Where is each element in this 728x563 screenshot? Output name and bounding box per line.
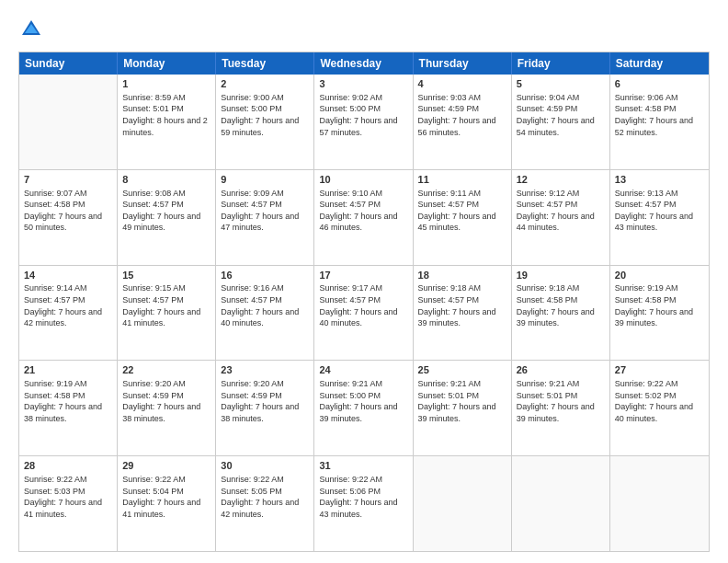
sun-info: Sunrise: 9:10 AM Sunset: 4:57 PM Dayligh… — [319, 188, 407, 234]
sun-info: Sunrise: 9:09 AM Sunset: 4:57 PM Dayligh… — [221, 188, 309, 234]
day-number: 12 — [517, 173, 605, 187]
sun-info: Sunrise: 9:21 AM Sunset: 5:01 PM Dayligh… — [517, 378, 605, 424]
calendar-cell: 5Sunrise: 9:04 AM Sunset: 4:59 PM Daylig… — [512, 75, 610, 169]
calendar-cell: 25Sunrise: 9:21 AM Sunset: 5:01 PM Dayli… — [414, 361, 512, 455]
calendar-cell: 21Sunrise: 9:19 AM Sunset: 4:58 PM Dayli… — [19, 361, 118, 455]
sun-info: Sunrise: 9:04 AM Sunset: 4:59 PM Dayligh… — [517, 92, 605, 138]
calendar-cell: 15Sunrise: 9:15 AM Sunset: 4:57 PM Dayli… — [118, 266, 216, 361]
sun-info: Sunrise: 9:21 AM Sunset: 5:00 PM Dayligh… — [319, 378, 407, 424]
calendar-cell: 31Sunrise: 9:22 AM Sunset: 5:06 PM Dayli… — [314, 456, 413, 551]
day-number: 9 — [221, 173, 309, 187]
cal-header-day: Saturday — [610, 52, 709, 75]
calendar-cell: 2Sunrise: 9:00 AM Sunset: 5:00 PM Daylig… — [216, 75, 314, 169]
sun-info: Sunrise: 9:21 AM Sunset: 5:01 PM Dayligh… — [418, 378, 506, 424]
sun-info: Sunrise: 9:22 AM Sunset: 5:04 PM Dayligh… — [122, 474, 210, 520]
calendar-cell: 26Sunrise: 9:21 AM Sunset: 5:01 PM Dayli… — [512, 361, 610, 455]
calendar-cell: 3Sunrise: 9:02 AM Sunset: 5:00 PM Daylig… — [314, 75, 413, 169]
day-number: 25 — [418, 363, 506, 377]
cal-header-day: Thursday — [414, 52, 512, 75]
calendar-row: 7Sunrise: 9:07 AM Sunset: 4:58 PM Daylig… — [19, 169, 709, 265]
day-number: 3 — [319, 77, 407, 91]
sun-info: Sunrise: 9:17 AM Sunset: 4:57 PM Dayligh… — [319, 282, 407, 328]
calendar-cell: 24Sunrise: 9:21 AM Sunset: 5:00 PM Dayli… — [314, 361, 413, 455]
cal-header-day: Sunday — [19, 52, 118, 75]
calendar-row: 1Sunrise: 8:59 AM Sunset: 5:01 PM Daylig… — [19, 75, 709, 169]
calendar-cell: 12Sunrise: 9:12 AM Sunset: 4:57 PM Dayli… — [512, 170, 610, 265]
calendar-cell: 18Sunrise: 9:18 AM Sunset: 4:57 PM Dayli… — [414, 266, 512, 361]
header — [18, 17, 710, 42]
day-number: 26 — [517, 363, 605, 377]
day-number: 11 — [418, 173, 506, 187]
day-number: 28 — [24, 459, 112, 473]
day-number: 22 — [122, 363, 210, 377]
sun-info: Sunrise: 9:06 AM Sunset: 4:58 PM Dayligh… — [615, 92, 704, 138]
sun-info: Sunrise: 9:13 AM Sunset: 4:57 PM Dayligh… — [615, 188, 704, 234]
sun-info: Sunrise: 9:02 AM Sunset: 5:00 PM Dayligh… — [319, 92, 407, 138]
calendar-row: 28Sunrise: 9:22 AM Sunset: 5:03 PM Dayli… — [19, 455, 709, 551]
calendar-cell: 20Sunrise: 9:19 AM Sunset: 4:58 PM Dayli… — [610, 266, 709, 361]
sun-info: Sunrise: 9:07 AM Sunset: 4:58 PM Dayligh… — [24, 188, 112, 234]
calendar-row: 21Sunrise: 9:19 AM Sunset: 4:58 PM Dayli… — [19, 360, 709, 455]
day-number: 8 — [122, 173, 210, 187]
sun-info: Sunrise: 9:11 AM Sunset: 4:57 PM Dayligh… — [418, 188, 506, 234]
day-number: 18 — [418, 269, 506, 282]
day-number: 16 — [221, 269, 309, 282]
calendar-cell — [610, 456, 709, 551]
sun-info: Sunrise: 9:22 AM Sunset: 5:06 PM Dayligh… — [319, 474, 407, 520]
day-number: 31 — [319, 459, 407, 473]
day-number: 23 — [221, 363, 309, 377]
calendar: SundayMondayTuesdayWednesdayThursdayFrid… — [18, 52, 710, 552]
calendar-cell — [414, 456, 512, 551]
calendar-cell: 6Sunrise: 9:06 AM Sunset: 4:58 PM Daylig… — [610, 75, 709, 169]
sun-info: Sunrise: 9:20 AM Sunset: 4:59 PM Dayligh… — [221, 378, 309, 424]
calendar-cell — [512, 456, 610, 551]
calendar-cell: 16Sunrise: 9:16 AM Sunset: 4:57 PM Dayli… — [216, 266, 314, 361]
day-number: 17 — [319, 269, 407, 282]
sun-info: Sunrise: 9:08 AM Sunset: 4:57 PM Dayligh… — [122, 188, 210, 234]
calendar-cell: 19Sunrise: 9:18 AM Sunset: 4:58 PM Dayli… — [512, 266, 610, 361]
day-number: 4 — [418, 77, 506, 91]
sun-info: Sunrise: 9:19 AM Sunset: 4:58 PM Dayligh… — [615, 282, 704, 328]
calendar-cell: 7Sunrise: 9:07 AM Sunset: 4:58 PM Daylig… — [19, 170, 118, 265]
cal-header-day: Monday — [118, 52, 216, 75]
sun-info: Sunrise: 9:18 AM Sunset: 4:58 PM Dayligh… — [517, 282, 605, 328]
day-number: 13 — [615, 173, 704, 187]
logo — [18, 17, 48, 42]
calendar-cell: 9Sunrise: 9:09 AM Sunset: 4:57 PM Daylig… — [216, 170, 314, 265]
sun-info: Sunrise: 9:22 AM Sunset: 5:03 PM Dayligh… — [24, 474, 112, 520]
calendar-cell: 4Sunrise: 9:03 AM Sunset: 4:59 PM Daylig… — [414, 75, 512, 169]
calendar-row: 14Sunrise: 9:14 AM Sunset: 4:57 PM Dayli… — [19, 265, 709, 361]
calendar-cell: 11Sunrise: 9:11 AM Sunset: 4:57 PM Dayli… — [414, 170, 512, 265]
calendar-cell: 30Sunrise: 9:22 AM Sunset: 5:05 PM Dayli… — [216, 456, 314, 551]
calendar-cell: 8Sunrise: 9:08 AM Sunset: 4:57 PM Daylig… — [118, 170, 216, 265]
calendar-cell: 1Sunrise: 8:59 AM Sunset: 5:01 PM Daylig… — [118, 75, 216, 169]
sun-info: Sunrise: 8:59 AM Sunset: 5:01 PM Dayligh… — [122, 92, 210, 138]
day-number: 15 — [122, 269, 210, 282]
calendar-cell: 13Sunrise: 9:13 AM Sunset: 4:57 PM Dayli… — [610, 170, 709, 265]
sun-info: Sunrise: 9:19 AM Sunset: 4:58 PM Dayligh… — [24, 378, 112, 424]
calendar-cell: 27Sunrise: 9:22 AM Sunset: 5:02 PM Dayli… — [610, 361, 709, 455]
day-number: 30 — [221, 459, 309, 473]
day-number: 2 — [221, 77, 309, 91]
page: SundayMondayTuesdayWednesdayThursdayFrid… — [0, 0, 728, 563]
day-number: 20 — [615, 269, 704, 282]
day-number: 21 — [24, 363, 112, 377]
day-number: 5 — [517, 77, 605, 91]
sun-info: Sunrise: 9:03 AM Sunset: 4:59 PM Dayligh… — [418, 92, 506, 138]
day-number: 10 — [319, 173, 407, 187]
day-number: 7 — [24, 173, 112, 187]
cal-header-day: Wednesday — [314, 52, 413, 75]
cal-header-day: Friday — [512, 52, 610, 75]
sun-info: Sunrise: 9:18 AM Sunset: 4:57 PM Dayligh… — [418, 282, 506, 328]
day-number: 19 — [517, 269, 605, 282]
calendar-cell: 22Sunrise: 9:20 AM Sunset: 4:59 PM Dayli… — [118, 361, 216, 455]
calendar-cell: 14Sunrise: 9:14 AM Sunset: 4:57 PM Dayli… — [19, 266, 118, 361]
logo-icon — [18, 17, 44, 42]
calendar-cell: 28Sunrise: 9:22 AM Sunset: 5:03 PM Dayli… — [19, 456, 118, 551]
sun-info: Sunrise: 9:14 AM Sunset: 4:57 PM Dayligh… — [24, 282, 112, 328]
sun-info: Sunrise: 9:20 AM Sunset: 4:59 PM Dayligh… — [122, 378, 210, 424]
calendar-header: SundayMondayTuesdayWednesdayThursdayFrid… — [19, 52, 709, 75]
calendar-cell: 10Sunrise: 9:10 AM Sunset: 4:57 PM Dayli… — [314, 170, 413, 265]
sun-info: Sunrise: 9:15 AM Sunset: 4:57 PM Dayligh… — [122, 282, 210, 328]
day-number: 1 — [122, 77, 210, 91]
